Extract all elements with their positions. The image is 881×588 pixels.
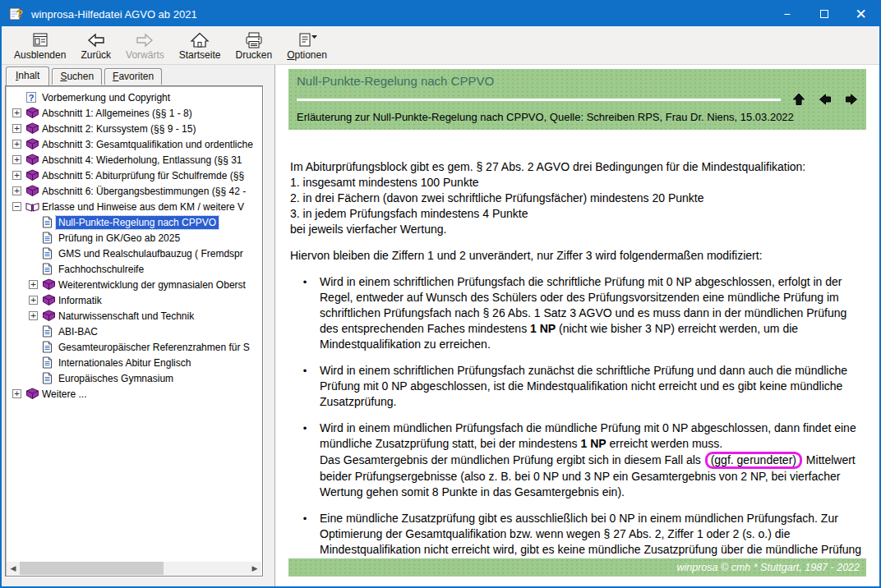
- scroll-right-icon[interactable]: ▶: [248, 562, 261, 575]
- tab-favoriten[interactable]: Favoriten: [104, 68, 162, 85]
- tree-item-label: Informatik: [56, 294, 104, 307]
- tree-item-abschnitt-6-übergangsbestimmungen-42[interactable]: +Abschnitt 6: Übergangsbestimmungen (§§ …: [6, 183, 262, 199]
- expand-plus-icon[interactable]: +: [12, 171, 21, 180]
- toolbar-button-label: Ausblenden: [14, 49, 66, 61]
- scrollbar-thumb[interactable]: [20, 562, 164, 575]
- expand-plus-icon[interactable]: +: [12, 389, 21, 398]
- tree-item-label: Abschnitt 6: Übergangsbestimmungen (§§ 4…: [39, 185, 248, 198]
- tab-bar: InhaltSuchenFavoriten: [6, 67, 164, 85]
- forward-arrow-icon: [135, 30, 155, 49]
- tree-item-europäisches-gymnasium[interactable]: Europäisches Gymnasium: [6, 370, 262, 386]
- scroll-left-icon[interactable]: ◀: [7, 562, 20, 575]
- tree-item-null-punkte-regelung-nach-cppvo[interactable]: Null-Punkte-Regelung nach CPPVO: [6, 214, 262, 230]
- toolbar-button-startseite[interactable]: Startseite: [172, 29, 228, 62]
- maximize-icon: [820, 10, 828, 18]
- right-arrow-nav-button[interactable]: [845, 93, 858, 106]
- book-icon: [42, 310, 56, 322]
- tree-item-abschnitt-2-kurssystem-9-15[interactable]: +Abschnitt 2: Kurssystem (§§ 9 - 15): [6, 121, 262, 136]
- expand-plus-icon[interactable]: +: [12, 186, 21, 195]
- toolbar-button-vorwärts: Vorwärts: [118, 29, 172, 62]
- topic-body: Im Abiturprüfungsblock gibt es gem. § 27…: [290, 159, 865, 584]
- book-open-icon: [25, 200, 39, 213]
- toolbar-button-ausblenden[interactable]: Ausblenden: [7, 29, 73, 62]
- scrollbar-track[interactable]: [20, 562, 248, 575]
- expand-plus-icon[interactable]: +: [12, 155, 21, 164]
- tree-item-label: Weiterentwicklung der gymnasialen Oberst: [56, 278, 248, 292]
- tree-item-label: Vorbemerkung und Copyright: [39, 91, 173, 104]
- tree-item-label: Prüfung in GK/Geo ab 2025: [56, 232, 182, 245]
- book-icon: [25, 185, 39, 197]
- tree-item-label: Internationales Abitur Englisch: [56, 356, 193, 370]
- tree-item-abschnitt-4-wiederholung-entlassung-31[interactable]: +Abschnitt 4: Wiederholung, Entlassung (…: [6, 152, 262, 168]
- tree-item-gms-und-realschulaufbauzug-fremdspr[interactable]: GMS und Realschulaufbauzug ( Fremdspr: [6, 246, 262, 261]
- header-rule: [297, 99, 781, 101]
- tree-item-abschnitt-5-abiturprüfung-für-schulfremde[interactable]: +Abschnitt 5: Abiturprüfung für Schulfre…: [6, 168, 262, 183]
- tree-item-weiterentwicklung-der-gymnasialen-oberst[interactable]: +Weiterentwicklung der gymnasialen Obers…: [6, 277, 262, 292]
- tree-item-informatik[interactable]: +Informatik: [6, 292, 262, 308]
- toolbar-button-optionen[interactable]: Optionen: [279, 29, 334, 62]
- left-arrow-nav-button[interactable]: [819, 93, 832, 106]
- tree-item-erlasse-und-hinweise-aus-dem-km-weitere-v[interactable]: −Erlasse und Hinweise aus dem KM / weite…: [6, 199, 262, 214]
- contents-tree: ?Vorbemerkung und Copyright+Abschnitt 1:…: [6, 90, 262, 561]
- up-arrow-nav-button[interactable]: [792, 93, 805, 106]
- bullet-item: •Wird in einem schriftlichen Prüfungsfac…: [290, 363, 865, 410]
- topic-header: Null-Punkte-Regelung nach CPPVO Erläuter…: [288, 69, 866, 130]
- maximize-button[interactable]: [805, 2, 842, 26]
- minimize-button[interactable]: −: [768, 2, 805, 26]
- tree-item-label: Abschnitt 4: Wiederholung, Entlassung (§…: [39, 154, 244, 167]
- tree-item-vorbemerkung-und-copyright[interactable]: ?Vorbemerkung und Copyright: [6, 90, 262, 105]
- tab-inhalt[interactable]: Inhalt: [6, 67, 49, 85]
- bullet-text: Wird in einem schriftlichen Prüfungsfach…: [320, 363, 865, 410]
- topic-title: Null-Punkte-Regelung nach CPPVO: [297, 74, 858, 88]
- tree-item-naturwissenschaft-und-technik[interactable]: +Naturwissenschaft und Technik: [6, 308, 262, 324]
- tab-suchen[interactable]: Suchen: [52, 68, 102, 85]
- options-icon: [297, 30, 318, 49]
- expand-plus-icon[interactable]: +: [12, 108, 21, 117]
- collapse-minus-icon[interactable]: −: [12, 202, 21, 211]
- bullet-marker: •: [290, 274, 320, 352]
- tree-item-weitere[interactable]: +Weitere ...: [6, 386, 262, 402]
- bullet-text: Wird in einem mündlichen Prüfungsfach di…: [320, 420, 865, 500]
- expand-plus-icon[interactable]: +: [29, 296, 38, 305]
- toolbar-button-label: Startseite: [179, 49, 221, 61]
- bullet-item: •Wird in einem schriftlichen Prüfungsfac…: [290, 274, 865, 352]
- title-bar: ? winprosa-Hilfedatei AGVO ab 2021 − ✕: [2, 2, 879, 26]
- tree-item-label: Europäisches Gymnasium: [56, 372, 176, 385]
- tree-item-fachhochschulreife[interactable]: Fachhochschulreife: [6, 261, 262, 277]
- toolbar-button-zurück[interactable]: Zurück: [73, 29, 118, 62]
- tree-item-internationales-abitur-englisch[interactable]: Internationales Abitur Englisch: [6, 355, 262, 370]
- page-icon: [42, 372, 56, 384]
- up-arrow-icon: [792, 93, 805, 106]
- close-button[interactable]: ✕: [842, 2, 879, 26]
- tree-item-label: Erlasse und Hinweise aus dem KM / weiter…: [39, 200, 247, 214]
- paragraph: Hiervon bleiben die Ziffern 1 und 2 unve…: [290, 248, 865, 264]
- tree-item-label: Naturwissenschaft und Technik: [56, 310, 196, 323]
- book-icon: [25, 107, 39, 119]
- svg-text:?: ?: [29, 93, 35, 103]
- expand-plus-icon[interactable]: +: [12, 140, 21, 149]
- help-icon: ?: [25, 91, 39, 103]
- toolbar-button-drucken[interactable]: Drucken: [228, 29, 279, 62]
- page-icon: [42, 247, 56, 260]
- tree-horizontal-scrollbar[interactable]: ◀ ▶: [7, 562, 261, 575]
- back-arrow-icon: [86, 30, 106, 49]
- hide-window-icon: [30, 30, 50, 49]
- contents-tree-box: ?Vorbemerkung und Copyright+Abschnitt 1:…: [5, 85, 263, 577]
- page-icon: [42, 325, 56, 338]
- tree-item-abi-bac[interactable]: ABI-BAC: [6, 324, 262, 339]
- bullet-item: •Wird in einem mündlichen Prüfungsfach d…: [290, 420, 865, 500]
- tree-item-abschnitt-3-gesamtqualifikation-und-ordentliche[interactable]: +Abschnitt 3: Gesamtqualifikation und or…: [6, 136, 262, 152]
- topic-nav: [792, 93, 858, 106]
- topic-footer: winprosa © cmh * Stuttgart, 1987 - 2022: [288, 558, 866, 577]
- help-file-icon: ?: [8, 6, 25, 22]
- tree-item-prüfung-in-gk-geo-ab-2025[interactable]: Prüfung in GK/Geo ab 2025: [6, 230, 262, 246]
- tree-item-gesamteuropäischer-referenzrahmen-für-s[interactable]: Gesamteuropäischer Referenzrahmen für S: [6, 339, 262, 355]
- tree-item-label: Weitere ...: [39, 388, 89, 401]
- tree-item-abschnitt-1-allgemeines-1-8[interactable]: +Abschnitt 1: Allgemeines (§§ 1 - 8): [6, 105, 262, 121]
- expand-plus-icon[interactable]: +: [29, 280, 38, 289]
- expand-plus-icon[interactable]: +: [12, 124, 21, 133]
- toolbar-button-label: Drucken: [235, 49, 272, 61]
- window-controls: − ✕: [768, 2, 879, 26]
- book-icon: [25, 122, 39, 135]
- expand-plus-icon[interactable]: +: [29, 311, 38, 320]
